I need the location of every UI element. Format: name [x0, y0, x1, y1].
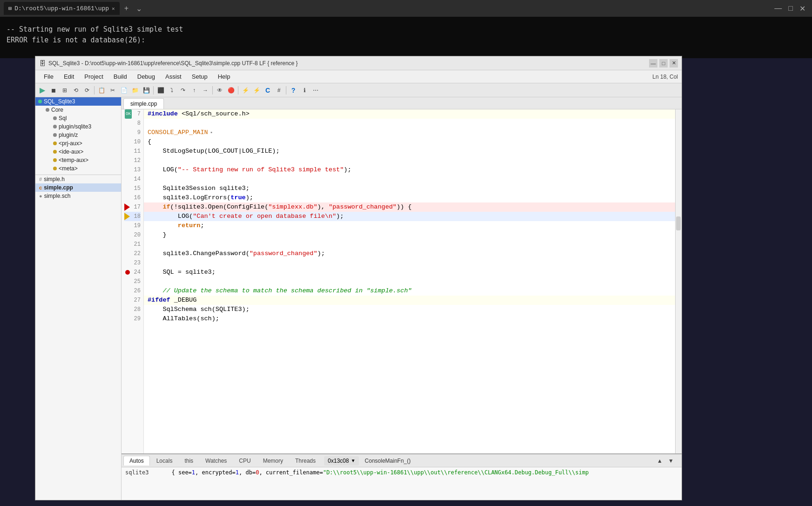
tb-info[interactable]: ℹ [299, 85, 310, 95]
terminal-dropdown-button[interactable]: ⌄ [133, 3, 145, 14]
file-item-simpleh[interactable]: # simple.h [35, 175, 121, 183]
sidebar-item-tempaux[interactable]: <temp-aux> [35, 156, 121, 164]
line-num-23: 23 [124, 258, 141, 268]
debug-address[interactable]: 0x13c08 ▼ [324, 456, 359, 466]
menu-file[interactable]: File [39, 72, 58, 81]
sidebar-item-prjaux[interactable]: <prj-aux> [35, 139, 121, 148]
debug-address-dropdown[interactable]: ▼ [351, 458, 355, 463]
debug-var-name: sqlite3 [125, 469, 149, 476]
sidebar-project-label: SQL_Sqlite3 [44, 98, 75, 105]
debug-run-to-button[interactable]: → [200, 85, 210, 95]
debug-tab-threads[interactable]: Threads [290, 456, 321, 466]
line-num-11: 11 [124, 147, 141, 156]
debug-tab-memory[interactable]: Memory [257, 456, 289, 466]
menu-assist[interactable]: Assist [161, 72, 186, 81]
line-num-24: 24 [124, 268, 141, 277]
main-content: SQL_Sqlite3 Core Sql plugin/sqlite3 [35, 97, 682, 500]
scroll-indicator[interactable] [675, 109, 682, 453]
menu-build[interactable]: Build [109, 72, 132, 81]
debug-tab-this[interactable]: this [179, 456, 199, 466]
sidebar-ideaux-label: <ide-aux> [59, 148, 83, 155]
tb-btn-3[interactable]: ⟲ [71, 85, 81, 95]
line-num-17: 17 [124, 202, 141, 212]
menu-edit[interactable]: Edit [59, 72, 79, 81]
debug-tab-cpu[interactable]: CPU [233, 456, 256, 466]
terminal-line-2: ERROR file is not a database(26): [7, 35, 805, 46]
tb-btn-2[interactable]: ⊞ [60, 85, 70, 95]
debug-up-button[interactable]: ▲ [655, 456, 665, 466]
tb-build2[interactable]: ⚡ [251, 85, 262, 95]
terminal-new-tab-button[interactable]: + [122, 3, 131, 13]
code-line-18: LOG("Can't create or open database file\… [144, 212, 675, 221]
tb-breakpoint[interactable]: 🔴 [226, 85, 236, 95]
scrollbar-thumb[interactable] [676, 216, 681, 230]
tb-more[interactable]: ⋯ [311, 85, 321, 95]
sql-dot [53, 116, 57, 120]
sidebar-sql-label: Sql [59, 115, 67, 121]
line-num-7: OK 7 [124, 109, 141, 119]
menu-help[interactable]: Help [213, 72, 235, 81]
debug-panel: Autos Locals this Watches CPU Memory Thr… [122, 453, 682, 500]
debug-step-over-button[interactable]: ↷ [178, 85, 188, 95]
terminal-maximize-button[interactable]: □ [785, 3, 796, 14]
ide-position: Ln 18, Col [652, 74, 678, 80]
line-num-27: 27 [124, 296, 141, 305]
tb-btn-4[interactable]: ⟳ [82, 85, 92, 95]
tb-help[interactable]: ? [288, 85, 298, 95]
menu-setup[interactable]: Setup [187, 72, 212, 81]
sidebar-item-project[interactable]: SQL_Sqlite3 [35, 97, 121, 106]
debug-step-button[interactable]: ⤵ [167, 85, 177, 95]
code-line-29: AllTables(sch); [144, 314, 675, 324]
sidebar-item-meta[interactable]: <meta> [35, 164, 121, 173]
tb-btn-1[interactable]: ◼ [48, 85, 59, 95]
line-num-9: 9 [124, 128, 141, 137]
file-item-simplesch[interactable]: ● simple.sch [35, 192, 121, 200]
sidebar-item-core[interactable]: Core [35, 106, 121, 114]
sidebar-item-pluginz[interactable]: plugin/z [35, 131, 121, 139]
terminal-close-icon[interactable]: ✕ [112, 6, 115, 12]
tb-btn-6[interactable]: ✂ [108, 85, 118, 95]
tb-btn-9[interactable]: 💾 [141, 85, 151, 95]
debug-tab-autos[interactable]: Autos [123, 456, 150, 466]
terminal-tab[interactable]: ⊞ D:\root5\upp-win-16861\upp ✕ [4, 2, 120, 15]
terminal-line-1: -- Starting new run of Sqlite3 simple te… [7, 24, 805, 35]
tb-btn-5[interactable]: 📋 [96, 85, 107, 95]
menu-project[interactable]: Project [80, 72, 108, 81]
run-button[interactable]: ▶ [37, 85, 47, 95]
menu-debug[interactable]: Debug [133, 72, 160, 81]
sidebar-item-sqlite3[interactable]: plugin/sqlite3 [35, 122, 121, 131]
line-num-20: 20 [124, 230, 141, 240]
ide-close-button[interactable]: ✕ [670, 59, 678, 67]
terminal-close-button[interactable]: ✕ [797, 3, 808, 14]
prjaux-dot [53, 142, 57, 145]
line-num-26: 26 [124, 286, 141, 296]
editor-tab-simplecpp[interactable]: simple.cpp [123, 98, 164, 109]
line-num-15: 15 [124, 184, 141, 193]
ide-minimize-button[interactable]: — [649, 59, 657, 67]
code-line-8 [144, 119, 675, 128]
debug-down-button[interactable]: ▼ [666, 456, 676, 466]
toolbar-sep-5 [286, 86, 286, 94]
debug-tab-watches[interactable]: Watches [200, 456, 232, 466]
code-line-12 [144, 156, 675, 165]
debug-tab-locals[interactable]: Locals [151, 456, 178, 466]
menu-bar: File Edit Project Build Debug Assist Set… [35, 70, 682, 83]
toolbar-sep-3 [212, 86, 213, 94]
tb-c[interactable]: C [263, 85, 273, 95]
code-line-7: #include <Sql/sch_source.h> [144, 109, 675, 119]
debug-step-out-button[interactable]: ↑ [189, 85, 199, 95]
tb-add-watch[interactable]: 👁 [215, 85, 225, 95]
sidebar-item-ideaux[interactable]: <ide-aux> [35, 148, 121, 156]
ide-maximize-button[interactable]: □ [659, 59, 668, 67]
debug-stop-button[interactable]: ⬛ [156, 85, 166, 95]
tb-btn-8[interactable]: 📁 [130, 85, 140, 95]
file-item-simplecpp[interactable]: c simple.cpp [35, 183, 121, 192]
tb-build[interactable]: ⚡ [240, 85, 250, 95]
line-num-28: 28 [124, 305, 141, 314]
tb-hash[interactable]: # [274, 85, 284, 95]
tb-btn-7[interactable]: 📄 [119, 85, 129, 95]
code-line-14 [144, 175, 675, 184]
code-editor[interactable]: OK 7 8 9 10 11 12 13 14 15 16 17 [122, 109, 682, 453]
sidebar-item-sql[interactable]: Sql [35, 114, 121, 122]
terminal-minimize-button[interactable]: — [771, 3, 785, 14]
